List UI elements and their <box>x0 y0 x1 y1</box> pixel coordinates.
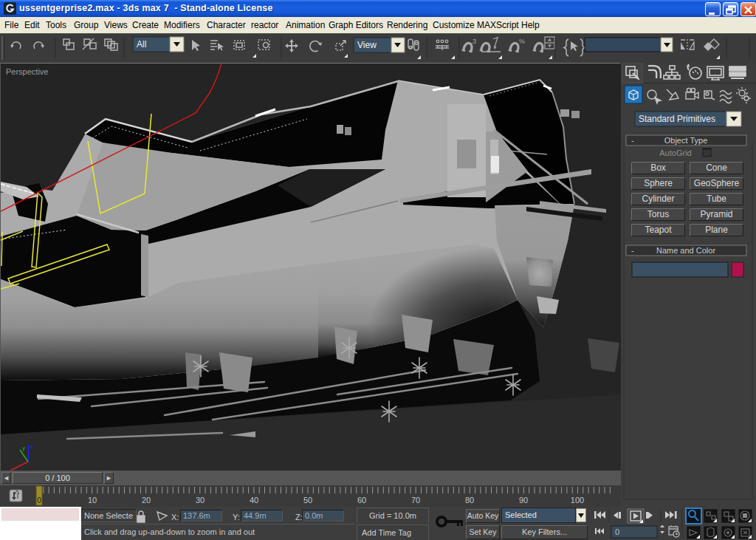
svg-text:80: 80 <box>465 496 474 505</box>
svg-text:AutoGrid: AutoGrid <box>659 148 691 157</box>
svg-text:100: 100 <box>571 496 584 505</box>
svg-text:Standard Primitives: Standard Primitives <box>639 114 715 124</box>
svg-text:Name and Color: Name and Color <box>656 246 715 255</box>
svg-text:y: y <box>22 445 25 451</box>
svg-text:3: 3 <box>472 38 476 45</box>
svg-text:30: 30 <box>196 496 205 505</box>
svg-text:Perspective: Perspective <box>6 67 48 76</box>
svg-text:%: % <box>519 38 525 45</box>
svg-text:z: z <box>30 443 33 450</box>
svg-text:Object Type: Object Type <box>664 136 708 145</box>
svg-text:90: 90 <box>519 496 528 505</box>
svg-text:0: 0 <box>37 496 41 505</box>
svg-text:All: All <box>137 39 146 49</box>
svg-text:10: 10 <box>88 496 97 505</box>
svg-text:-: - <box>631 246 634 255</box>
svg-text:60: 60 <box>357 496 366 505</box>
svg-text:View: View <box>357 40 377 50</box>
svg-text:-: - <box>631 136 634 145</box>
svg-text:20: 20 <box>142 496 151 505</box>
svg-text:40: 40 <box>250 496 258 505</box>
svg-text:70: 70 <box>411 496 420 505</box>
svg-text:50: 50 <box>303 496 312 505</box>
svg-text:0: 0 <box>615 527 619 536</box>
